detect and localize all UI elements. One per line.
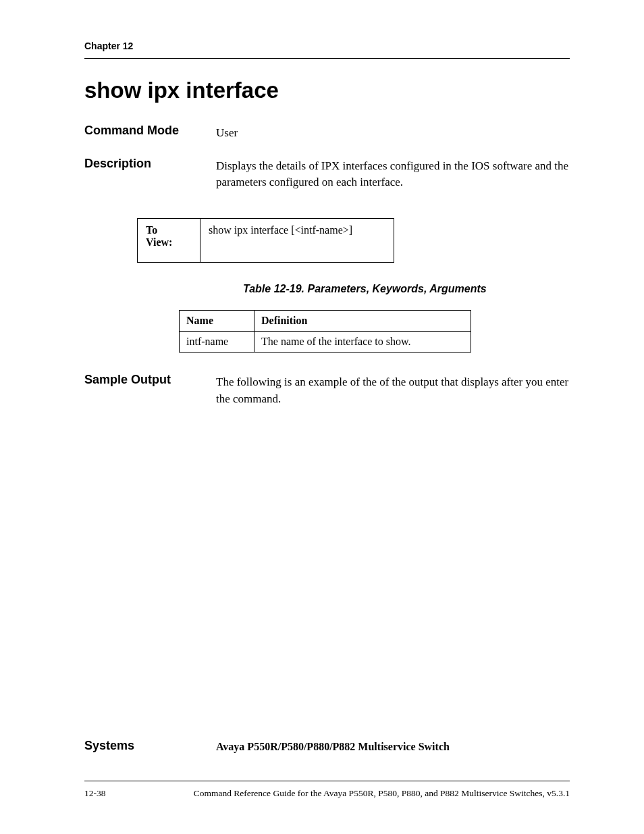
sample-output-body: The following is an example of the of th…	[216, 373, 570, 407]
param-header-definition: Definition	[254, 310, 471, 331]
table-row: intf-name The name of the interface to s…	[180, 331, 471, 352]
systems-value: Avaya P550R/P580/P880/P882 Multiservice …	[216, 739, 450, 753]
command-mode-row: Command Mode User	[84, 124, 570, 142]
command-mode-value: User	[216, 124, 570, 142]
sample-output-row: Sample Output The following is an exampl…	[84, 373, 570, 407]
footer-page-number: 12-38	[84, 788, 106, 799]
sample-output-suffix: command.	[233, 392, 281, 405]
param-table: Name Definition intf-name The name of th…	[179, 310, 471, 353]
description-row: Description Displays the details of IPX …	[84, 157, 570, 191]
param-definition-cell: The name of the interface to show.	[254, 331, 471, 352]
syntax-table: To View: show ipx interface [<intf-name>…	[137, 218, 394, 263]
page-title: show ipx interface	[84, 78, 570, 103]
syntax-label: To View:	[138, 218, 200, 262]
chapter-header: Chapter 12	[84, 41, 570, 59]
param-table-caption: Table 12-19. Parameters, Keywords, Argum…	[243, 283, 570, 295]
footer-doc-title: Command Reference Guide for the Avaya P5…	[194, 788, 570, 799]
description-value: Displays the details of IPX interfaces c…	[216, 157, 570, 191]
param-header-name: Name	[180, 310, 254, 331]
syntax-value: show ipx interface [<intf-name>]	[200, 218, 394, 262]
sample-output-label: Sample Output	[84, 373, 216, 387]
footer-rule	[84, 781, 570, 781]
description-label: Description	[84, 157, 216, 171]
command-mode-label: Command Mode	[84, 124, 216, 138]
param-name-cell: intf-name	[180, 331, 254, 352]
page: Chapter 12 show ipx interface Command Mo…	[0, 0, 644, 834]
systems-row: Systems Avaya P550R/P580/P880/P882 Multi…	[84, 739, 570, 753]
systems-label: Systems	[84, 739, 216, 753]
page-footer: 12-38 Command Reference Guide for the Av…	[84, 781, 570, 799]
